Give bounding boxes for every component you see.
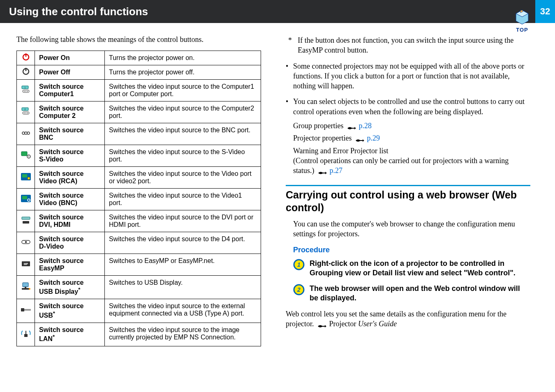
control-description: Switches to EasyMP or EasyMP.net. [105, 254, 261, 276]
table-row: Switch sourceLAN*Switches the video inpu… [17, 323, 261, 346]
step-badge-1: 1 [293, 259, 305, 270]
section-heading: Carrying out control using a web browser… [286, 189, 530, 214]
power-on-icon [17, 51, 35, 65]
usbdisp-icon [17, 276, 35, 299]
svg-rect-39 [22, 288, 29, 290]
section-divider [286, 185, 530, 186]
svg-rect-26 [22, 174, 27, 178]
control-description: Switches the video input source to the V… [105, 189, 261, 210]
control-label: Switch sourceS-Video [35, 145, 105, 167]
svg-rect-22 [21, 152, 27, 156]
d4-icon [17, 232, 35, 254]
svg-point-27 [28, 177, 30, 180]
control-description: Switches the video input source to the B… [105, 123, 261, 145]
table-row: Switch sourceUSB*Switches the video inpu… [17, 299, 261, 323]
hand-pointer-icon [347, 124, 356, 129]
control-buttons-table: Power OnTurns the projector power on.Pow… [16, 51, 261, 346]
control-description: Switches the video input source to the e… [105, 299, 261, 323]
usb-icon [17, 299, 35, 323]
svg-text:1: 1 [24, 86, 25, 89]
svg-point-18 [27, 113, 28, 113]
control-description: Switches the video input source to the D… [105, 210, 261, 232]
vbnc-icon [17, 189, 35, 210]
svg-rect-32 [23, 221, 29, 224]
svg-point-21 [27, 132, 30, 134]
control-description: Switches the video input source to the V… [105, 167, 261, 189]
step-badge-2: 2 [293, 284, 305, 295]
link-p28[interactable]: p.28 [358, 122, 372, 130]
table-row: SSwitch sourceS-VideoSwitches the video … [17, 145, 261, 167]
closing-text: Web control lets you set the same detail… [286, 309, 530, 329]
table-row: 2Switch sourceComputer 2Switches the vid… [17, 101, 261, 123]
table-row: 1Switch sourceComputer1Switches the vide… [17, 80, 261, 101]
sub-group-properties: Group properties p.28 [293, 121, 530, 131]
control-description: Switches the video input source to the D… [105, 232, 261, 254]
svg-rect-41 [21, 308, 24, 311]
control-label: Power On [35, 51, 105, 65]
link-p27[interactable]: p.27 [330, 166, 343, 175]
section-intro: You can use the computer's web browser t… [286, 219, 530, 239]
control-label: Switch sourceUSB* [35, 299, 105, 323]
table-row: Switch sourceVideo (RCA)Switches the vid… [17, 167, 261, 189]
comp1-icon: 1 [17, 80, 35, 101]
table-row: Power OnTurns the projector power on. [17, 51, 261, 65]
svg-text:2: 2 [24, 108, 25, 111]
procedure-label: Procedure [286, 245, 530, 255]
link-p29[interactable]: p.29 [367, 134, 380, 142]
home-top-icon [514, 9, 530, 26]
control-description: Switches the video input source to the S… [105, 145, 261, 167]
svg-rect-38 [25, 287, 26, 288]
control-label: Switch sourceBNC [35, 123, 105, 145]
bnc-icon [17, 123, 35, 145]
control-description: Switches the video input source to the C… [105, 101, 261, 123]
svg-point-11 [25, 91, 26, 92]
svg-point-19 [22, 132, 25, 134]
svg-text:S: S [28, 155, 30, 158]
svg-text:2: 2 [297, 286, 301, 293]
svg-text:1: 1 [297, 261, 301, 268]
svg-point-10 [24, 91, 25, 92]
svg-rect-29 [22, 196, 27, 199]
svg-rect-44 [24, 334, 28, 337]
bullet-2: You can select objects to be controlled … [286, 97, 530, 175]
control-description: Switches to USB Display. [105, 276, 261, 299]
table-row: MPSwitch sourceEasyMPSwitches to EasyMP … [17, 254, 261, 276]
page-number: 32 [535, 0, 555, 23]
svg-point-12 [27, 91, 28, 92]
lan-icon [17, 323, 35, 346]
footnote-text: If the button does not function, you can… [298, 35, 530, 55]
table-row: Switch sourceVideo (BNC)Switches the vid… [17, 189, 261, 210]
control-description: Turns the projector power on. [105, 51, 261, 65]
table-row: Switch sourceD-VideoSwitches the video i… [17, 232, 261, 254]
control-description: Turns the projector power off. [105, 65, 261, 80]
sub-projector-properties: Projector properties p.29 [293, 133, 530, 143]
control-label: Switch sourceComputer1 [35, 80, 105, 101]
page-title: Using the control functions [9, 5, 148, 18]
power-off-icon [17, 65, 35, 80]
control-label: Switch sourceEasyMP [35, 254, 105, 276]
control-description: Switches the video input source to the i… [105, 323, 261, 346]
intro-text: The following table shows the meanings o… [16, 35, 261, 44]
step-1-text: Right-click on the icon of a projector t… [310, 259, 530, 278]
dvi-icon [17, 210, 35, 232]
title-bar: Using the control functions [0, 0, 555, 23]
top-nav-icon[interactable]: TOP [509, 0, 535, 33]
control-label: Power Off [35, 65, 105, 80]
svg-point-16 [24, 113, 25, 113]
svg-text:MP: MP [23, 263, 28, 265]
comp2-icon: 2 [17, 101, 35, 123]
svg-rect-37 [23, 283, 28, 287]
rca-icon [17, 167, 35, 189]
svg-point-40 [29, 288, 30, 290]
top-label: TOP [516, 27, 528, 33]
left-column: The following table shows the meanings o… [16, 35, 261, 346]
footnote-asterisk: * [288, 35, 293, 55]
svg-rect-31 [22, 217, 30, 219]
control-label: Switch sourceComputer 2 [35, 101, 105, 123]
control-label: Switch sourceD-Video [35, 232, 105, 254]
control-description: Switches the video input source to the C… [105, 80, 261, 101]
bullet-1: Some connected projectors may not be equ… [286, 61, 530, 91]
table-row: Switch sourceBNCSwitches the video input… [17, 123, 261, 145]
svg-rect-42 [24, 309, 31, 311]
control-label: Switch sourceVideo (RCA) [35, 167, 105, 189]
